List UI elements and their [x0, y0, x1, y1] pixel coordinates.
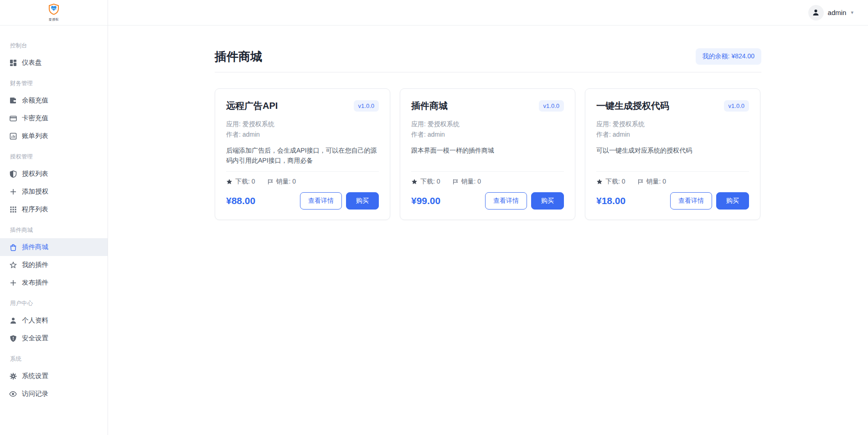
plugin-title: 一键生成授权代码 — [596, 100, 669, 112]
wallet-icon — [9, 97, 17, 104]
plugin-card: 插件商城 v1.0.0 应用: 爱授权系统 作者: admin 跟本界面一模一样… — [400, 88, 575, 220]
plugin-description: 跟本界面一模一样的插件商城 — [411, 145, 564, 165]
plugin-stats: 下载: 0 销量: 0 — [226, 172, 379, 187]
sidebar-item-balance-recharge[interactable]: 余额充值 — [0, 92, 108, 109]
view-details-button[interactable]: 查看详情 — [300, 192, 342, 210]
plugin-description: 可以一键生成对应系统的授权代码 — [596, 145, 749, 165]
plugin-title: 远程广告API — [226, 100, 278, 112]
flag-icon — [637, 179, 644, 185]
buy-button[interactable]: 购买 — [531, 192, 564, 210]
sidebar-item-label: 安全设置 — [22, 334, 48, 343]
plugin-stats: 下载: 0 销量: 0 — [596, 172, 749, 187]
version-badge: v1.0.0 — [539, 100, 564, 112]
downloads-stat: 下载: 0 — [411, 178, 440, 186]
plus-icon — [9, 188, 17, 195]
logo-area[interactable]: 爱授权 — [0, 0, 108, 26]
user-menu[interactable]: admin ▾ — [808, 5, 853, 20]
nav-section-label: 系统 — [0, 347, 108, 367]
version-badge: v1.0.0 — [724, 100, 749, 112]
plugin-title: 插件商城 — [411, 100, 448, 112]
nav-section-label: 用户中心 — [0, 292, 108, 312]
sales-stat: 销量: 0 — [452, 178, 481, 186]
sales-stat: 销量: 0 — [637, 178, 666, 186]
balance-badge: 我的余额: ¥824.00 — [696, 48, 761, 65]
sidebar-item-auth-list[interactable]: 授权列表 — [0, 165, 108, 183]
app-logo-icon — [48, 3, 59, 17]
sidebar-item-label: 个人资料 — [22, 316, 48, 325]
nav-section-label: 授权管理 — [0, 145, 108, 165]
sidebar-item-label: 授权列表 — [22, 169, 48, 178]
plugin-stats: 下载: 0 销量: 0 — [411, 172, 564, 187]
sidebar-item-dashboard[interactable]: 仪表盘 — [0, 54, 108, 72]
main-content: 插件商城 我的余额: ¥824.00 远程广告API v1.0.0 应用: 爱授… — [108, 26, 868, 435]
buy-button[interactable]: 购买 — [346, 192, 379, 210]
credit-card-icon — [9, 114, 17, 122]
sidebar-item-my-plugins[interactable]: 我的插件 — [0, 256, 108, 274]
view-details-button[interactable]: 查看详情 — [485, 192, 527, 210]
sidebar-item-bill-list[interactable]: 账单列表 — [0, 127, 108, 145]
sidebar-item-profile[interactable]: 个人资料 — [0, 312, 108, 329]
star-icon — [596, 179, 603, 185]
grid-dots-icon — [9, 205, 17, 213]
sidebar-item-label: 发布插件 — [22, 278, 48, 287]
user-icon — [9, 317, 17, 324]
shield-icon — [9, 170, 17, 178]
plus-icon — [9, 279, 17, 287]
plugin-author: 作者: admin — [411, 129, 564, 140]
eye-icon — [9, 390, 17, 398]
logo-text: 爱授权 — [49, 17, 59, 22]
sidebar: 爱授权 控制台 仪表盘 财务管理 余额充值 卡密充值 — [0, 0, 108, 435]
sidebar-item-label: 添加授权 — [22, 187, 48, 196]
version-badge: v1.0.0 — [354, 100, 379, 112]
shield-filled-icon — [9, 334, 17, 342]
star-icon — [226, 179, 232, 185]
nav-section-label: 财务管理 — [0, 72, 108, 92]
sales-stat: 销量: 0 — [267, 178, 296, 186]
nav-section-label: 插件商城 — [0, 218, 108, 238]
chevron-down-icon: ▾ — [851, 10, 853, 15]
shopping-bag-icon — [9, 243, 17, 251]
sidebar-item-program-list[interactable]: 程序列表 — [0, 200, 108, 218]
plugin-author: 作者: admin — [226, 129, 379, 140]
sidebar-item-label: 程序列表 — [22, 205, 48, 214]
plugin-price: ¥18.00 — [596, 195, 625, 206]
nav-section-label: 控制台 — [0, 34, 108, 54]
topbar: admin ▾ — [108, 0, 868, 26]
main-column: admin ▾ 插件商城 我的余额: ¥824.00 远程广告API v1.0.… — [108, 0, 868, 435]
buy-button[interactable]: 购买 — [716, 192, 749, 210]
sidebar-item-access-log[interactable]: 访问记录 — [0, 385, 108, 403]
plugin-card: 远程广告API v1.0.0 应用: 爱授权系统 作者: admin 后端添加广… — [215, 88, 390, 220]
downloads-stat: 下载: 0 — [226, 178, 255, 186]
sidebar-item-label: 卡密充值 — [22, 114, 48, 123]
app-root: 爱授权 控制台 仪表盘 财务管理 余额充值 卡密充值 — [0, 0, 868, 435]
flag-icon — [452, 179, 459, 185]
gear-icon — [9, 372, 17, 380]
sidebar-item-label: 系统设置 — [22, 372, 48, 380]
avatar — [808, 5, 824, 20]
username-label: admin — [828, 9, 847, 16]
plugin-price: ¥88.00 — [226, 195, 255, 206]
view-details-button[interactable]: 查看详情 — [670, 192, 712, 210]
sidebar-item-label: 仪表盘 — [22, 58, 42, 67]
plugin-author: 作者: admin — [596, 129, 749, 140]
sidebar-item-security[interactable]: 安全设置 — [0, 329, 108, 347]
sidebar-item-card-recharge[interactable]: 卡密充值 — [0, 109, 108, 127]
flag-icon — [267, 179, 274, 185]
plugin-price: ¥99.00 — [411, 195, 440, 206]
downloads-stat: 下载: 0 — [596, 178, 625, 186]
sidebar-item-publish-plugin[interactable]: 发布插件 — [0, 274, 108, 292]
page-title: 插件商城 — [215, 49, 262, 65]
sidebar-item-plugin-market[interactable]: 插件商城 — [0, 238, 108, 256]
sidebar-item-label: 余额充值 — [22, 96, 48, 105]
title-divider — [215, 72, 761, 72]
plugin-description: 后端添加广告后，会生成API接口，可以在您自己的源码内引用此API接口，商用必备 — [226, 145, 379, 165]
plugin-app: 应用: 爱授权系统 — [411, 119, 564, 129]
sidebar-item-label: 我的插件 — [22, 261, 48, 269]
sidebar-item-label: 访问记录 — [22, 389, 48, 398]
sidebar-item-label: 插件商城 — [22, 243, 48, 251]
dashboard-icon — [9, 59, 17, 67]
sidebar-nav: 控制台 仪表盘 财务管理 余额充值 卡密充值 — [0, 26, 108, 403]
sidebar-item-add-auth[interactable]: 添加授权 — [0, 183, 108, 200]
sidebar-item-system-settings[interactable]: 系统设置 — [0, 367, 108, 385]
page-head: 插件商城 我的余额: ¥824.00 — [215, 48, 761, 65]
